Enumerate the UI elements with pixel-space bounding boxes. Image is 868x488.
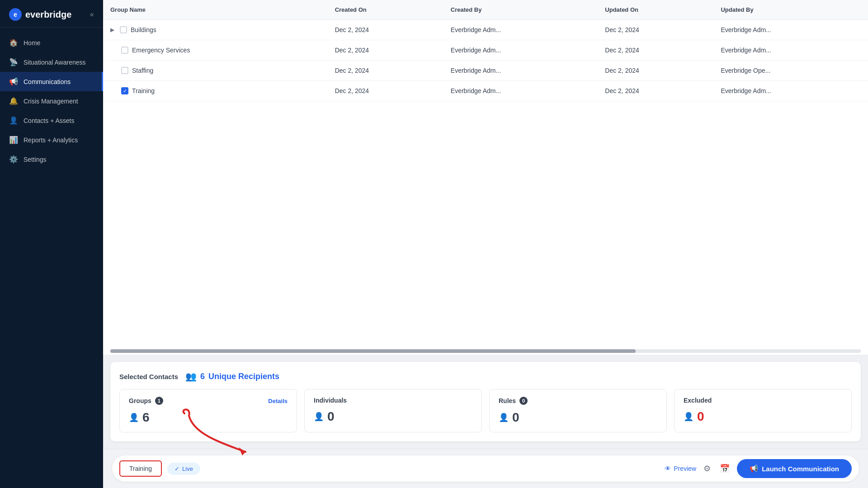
cell-updated-on-buildings: Dec 2, 2024 xyxy=(598,20,713,40)
groups-count-icon: 👤 xyxy=(129,413,139,422)
calendar-icon[interactable]: 📅 xyxy=(718,462,731,475)
nav-icon-reports-analytics: 📊 xyxy=(9,136,18,144)
selected-contacts-header: Selected Contacts 👥 6 Unique Recipients xyxy=(119,371,852,382)
table-header-row: Group Name Created On Created By Updated… xyxy=(103,0,868,20)
table-row[interactable]: ✓ Training Dec 2, 2024 Everbridge Adm...… xyxy=(103,81,868,101)
group-name-text: Staffing xyxy=(132,67,153,74)
cell-updated-by-buildings: Everbridge Adm... xyxy=(713,20,868,40)
launch-communication-button[interactable]: 📢 Launch Communication xyxy=(737,459,852,478)
table-row[interactable]: Staffing Dec 2, 2024 Everbridge Adm... D… xyxy=(103,61,868,81)
individuals-stat-title: Individuals xyxy=(314,397,472,404)
nav-label-settings: Settings xyxy=(24,156,47,163)
horizontal-scrollbar[interactable] xyxy=(110,349,861,353)
sidebar-item-settings[interactable]: ⚙️ Settings xyxy=(0,150,103,169)
row-checkbox-buildings[interactable] xyxy=(120,26,127,33)
table-body: ▶ Buildings Dec 2, 2024 Everbridge Adm..… xyxy=(103,20,868,101)
col-created-on: Created On xyxy=(328,0,443,20)
excluded-stat-card: Excluded 👤 0 xyxy=(674,389,852,432)
table-row[interactable]: Emergency Services Dec 2, 2024 Everbridg… xyxy=(103,40,868,61)
excluded-count-icon: 👤 xyxy=(684,412,693,422)
unique-recipients: 👥 6 Unique Recipients xyxy=(185,371,279,382)
nav-label-home: Home xyxy=(24,39,40,47)
cell-updated-by-staffing: Everbridge Ope... xyxy=(713,61,868,81)
preview-label: Preview xyxy=(674,465,696,472)
excluded-count-value: 0 xyxy=(697,409,704,424)
svg-marker-0 xyxy=(239,447,245,455)
sidebar: e everbridge « 🏠 Home 📡 Situational Awar… xyxy=(0,0,103,488)
cell-updated-on-emergency-services: Dec 2, 2024 xyxy=(598,40,713,61)
cell-group-name-emergency-services: Emergency Services xyxy=(103,40,328,61)
cell-created-on-emergency-services: Dec 2, 2024 xyxy=(328,40,443,61)
preview-eye-icon: 👁 xyxy=(665,465,671,472)
nav-icon-situational-awareness: 📡 xyxy=(9,58,18,66)
cell-created-on-training: Dec 2, 2024 xyxy=(328,81,443,101)
cell-updated-by-training: Everbridge Adm... xyxy=(713,81,868,101)
live-check-icon: ✓ xyxy=(175,465,179,472)
individuals-stat-card: Individuals 👤 0 xyxy=(304,389,482,432)
live-status-chip[interactable]: ✓ Live xyxy=(167,463,200,475)
stats-row: Groups 1 Details 👤 6 Individuals 👤 0 xyxy=(119,389,852,432)
cell-group-name-buildings: ▶ Buildings xyxy=(103,20,328,40)
groups-details-link[interactable]: Details xyxy=(268,398,288,404)
recipients-icon: 👥 xyxy=(185,371,197,382)
sidebar-item-reports-analytics[interactable]: 📊 Reports + Analytics xyxy=(0,130,103,150)
sidebar-item-crisis-management[interactable]: 🔔 Crisis Management xyxy=(0,91,103,111)
groups-count: 👤 6 xyxy=(129,410,288,425)
col-created-by: Created By xyxy=(443,0,598,20)
col-updated-by: Updated By xyxy=(713,0,868,20)
logo-icon: e xyxy=(9,8,22,21)
individuals-count-icon: 👤 xyxy=(314,412,324,422)
row-checkbox-staffing[interactable] xyxy=(121,67,128,74)
row-checkbox-emergency-services[interactable] xyxy=(121,47,128,54)
selected-contacts-label: Selected Contacts xyxy=(119,373,178,380)
rules-count-icon: 👤 xyxy=(499,413,509,422)
rules-count-value: 0 xyxy=(512,410,519,425)
expand-icon[interactable]: ▶ xyxy=(110,27,114,33)
sidebar-item-communications[interactable]: 📢 Communications xyxy=(0,72,103,91)
rules-label: Rules xyxy=(499,397,516,404)
recipients-count: 6 xyxy=(200,372,205,381)
logo-label: everbridge xyxy=(25,9,71,20)
settings-icon[interactable]: ⚙ xyxy=(702,462,712,475)
individuals-label: Individuals xyxy=(314,397,347,404)
groups-table-area: Group Name Created On Created By Updated… xyxy=(103,0,868,355)
sidebar-item-home[interactable]: 🏠 Home xyxy=(0,33,103,52)
rules-count: 👤 0 xyxy=(499,410,657,425)
live-label: Live xyxy=(182,465,193,472)
rules-stat-card: Rules 0 👤 0 xyxy=(489,389,667,432)
training-tab[interactable]: Training xyxy=(119,460,162,477)
collapse-button[interactable]: « xyxy=(90,10,94,19)
cell-created-by-staffing: Everbridge Adm... xyxy=(443,61,598,81)
sidebar-item-contacts-assets[interactable]: 👤 Contacts + Assets xyxy=(0,111,103,130)
group-name-text: Emergency Services xyxy=(132,47,190,54)
group-name-text: Buildings xyxy=(131,26,156,33)
scrollbar-thumb xyxy=(110,349,636,353)
col-group-name: Group Name xyxy=(103,0,328,20)
nav-label-crisis-management: Crisis Management xyxy=(24,98,78,105)
recipients-label: Unique Recipients xyxy=(208,372,279,381)
nav-icon-contacts-assets: 👤 xyxy=(9,116,18,125)
nav-label-situational-awareness: Situational Awareness xyxy=(24,59,86,66)
sidebar-item-situational-awareness[interactable]: 📡 Situational Awareness xyxy=(0,52,103,72)
row-checkbox-training[interactable]: ✓ xyxy=(121,87,128,94)
table-row[interactable]: ▶ Buildings Dec 2, 2024 Everbridge Adm..… xyxy=(103,20,868,40)
col-updated-on: Updated On xyxy=(598,0,713,20)
individuals-count-value: 0 xyxy=(327,409,335,424)
nav-label-communications: Communications xyxy=(24,78,71,85)
cell-updated-by-emergency-services: Everbridge Adm... xyxy=(713,40,868,61)
cell-created-by-buildings: Everbridge Adm... xyxy=(443,20,598,40)
table-wrapper[interactable]: Group Name Created On Created By Updated… xyxy=(103,0,868,347)
nav-label-contacts-assets: Contacts + Assets xyxy=(24,117,74,124)
bottom-bar: Training ✓ Live 👁 Preview ⚙ 📅 📢 Launch C… xyxy=(103,449,868,488)
group-name-text: Training xyxy=(132,87,155,94)
cell-group-name-training: ✓ Training xyxy=(103,81,328,101)
sidebar-logo: e everbridge « xyxy=(0,0,103,28)
logo: e everbridge xyxy=(9,8,71,21)
groups-stat-card: Groups 1 Details 👤 6 xyxy=(119,389,297,432)
excluded-label: Excluded xyxy=(684,397,712,404)
groups-label: Groups xyxy=(129,397,151,404)
excluded-count: 👤 0 xyxy=(684,409,842,424)
excluded-stat-title: Excluded xyxy=(684,397,842,404)
preview-button[interactable]: 👁 Preview xyxy=(665,465,696,472)
bottom-bar-inner: Training ✓ Live 👁 Preview ⚙ 📅 📢 Launch C… xyxy=(112,455,859,482)
